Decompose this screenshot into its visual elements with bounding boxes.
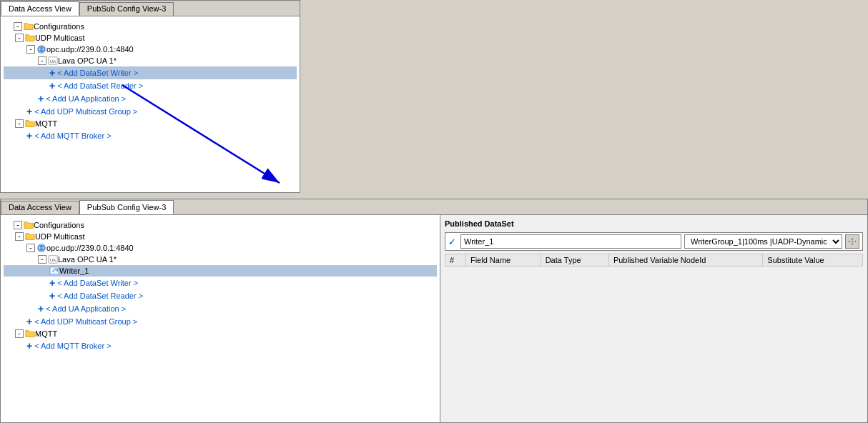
tree-node-add-reader-bottom[interactable]: + < Add DataSet Reader >: [4, 289, 437, 302]
writer-row: ✓ WriterGroup_1|100ms |UADP-Dynamic: [445, 232, 863, 251]
tree-node-configurations-top[interactable]: - Configurations: [4, 21, 297, 32]
label-add-ua-top: < Add UA Application >: [46, 94, 126, 103]
top-tree-area: - Configurations - UDP Multicast - opc.u…: [1, 16, 300, 192]
folder-icon-udp-bottom: [25, 232, 35, 242]
folder-icon-udp-top: [25, 33, 35, 43]
add-icon-udp-group-top: +: [26, 106, 32, 117]
label-add-writer-bottom: < Add DataSet Writer >: [57, 279, 138, 287]
writer-name-input[interactable]: [460, 234, 681, 249]
svg-point-16: [852, 243, 854, 245]
add-icon-mqtt-top: +: [26, 130, 32, 141]
label-configurations-top: Configurations: [34, 22, 84, 31]
tree-node-add-ua-top[interactable]: + < Add UA Application >: [4, 92, 297, 105]
tree-node-configurations-bottom[interactable]: - Configurations: [4, 219, 437, 231]
writer-group-select[interactable]: WriterGroup_1|100ms |UADP-Dynamic: [684, 234, 842, 249]
tree-node-add-udp-group-bottom[interactable]: + < Add UDP Multicast Group >: [4, 315, 437, 328]
col-data-type: Data Type: [541, 254, 608, 267]
writer-check-icon: ✓: [448, 237, 456, 247]
tree-node-mqtt-top[interactable]: - MQTT: [4, 118, 297, 129]
expander-opc-udp-top[interactable]: -: [26, 45, 35, 54]
bottom-left-pane: - Configurations - UDP Multicast -: [1, 215, 440, 422]
tree-node-lava-opc-top[interactable]: - UA Lava OPC UA 1*: [4, 55, 297, 66]
add-icon-reader-top: +: [49, 80, 55, 91]
add-icon-writer-bottom: +: [49, 277, 55, 289]
col-substitute-value: Substitute Value: [763, 254, 863, 267]
expander-lava-opc-top[interactable]: -: [38, 56, 46, 65]
svg-point-14: [852, 238, 854, 240]
expander-mqtt-bottom[interactable]: -: [15, 329, 24, 338]
label-opc-udp-top: opc.udp://239.0.0.1:4840: [46, 45, 134, 54]
label-add-udp-group-top: < Add UDP Multicast Group >: [34, 107, 137, 116]
add-icon-ua-bottom: +: [38, 303, 44, 314]
folder-icon-mqtt-bottom: [25, 329, 35, 339]
add-icon-ua-top: +: [38, 93, 44, 104]
label-lava-opc-top: Lava OPC UA 1*: [58, 56, 117, 65]
writer-settings-button[interactable]: [845, 234, 859, 249]
label-add-udp-group-bottom: < Add UDP Multicast Group >: [34, 317, 137, 326]
label-lava-opc-bottom: Lava OPC UA 1*: [58, 255, 117, 264]
tree-node-opc-udp-top[interactable]: - opc.udp://239.0.0.1:4840: [4, 44, 297, 55]
expander-opc-udp-bottom[interactable]: -: [26, 244, 35, 252]
top-panel: Data Access View PubSub Config View-3 - …: [0, 0, 300, 193]
svg-point-15: [852, 241, 854, 243]
expander-udp-multicast-bottom[interactable]: -: [15, 232, 24, 241]
tree-node-add-mqtt-top[interactable]: + < Add MQTT Broker >: [4, 129, 297, 142]
expander-udp-multicast-top[interactable]: -: [15, 34, 24, 42]
ua-icon-top: UA: [48, 56, 58, 66]
label-add-ua-bottom: < Add UA Application >: [46, 304, 126, 313]
tree-node-udp-multicast-top[interactable]: - UDP Multicast: [4, 32, 297, 44]
tree-node-lava-opc-bottom[interactable]: - UA Lava OPC UA 1*: [4, 254, 437, 265]
folder-icon-configurations-top: [24, 21, 34, 31]
col-field-name: Field Name: [465, 254, 541, 267]
label-mqtt-bottom: MQTT: [35, 329, 57, 338]
folder-icon-mqtt-top: [25, 119, 35, 129]
bottom-tab-bar: Data Access View PubSub Config View-3: [1, 199, 867, 215]
folder-icon-configurations-bottom: [24, 220, 34, 230]
label-writer-1: Writer_1: [59, 267, 89, 275]
tree-node-add-writer-bottom[interactable]: + < Add DataSet Writer >: [4, 277, 437, 289]
col-hash: #: [445, 254, 466, 267]
label-add-mqtt-bottom: < Add MQTT Broker >: [34, 342, 111, 350]
tab-pubsub-config-top[interactable]: PubSub Config View-3: [79, 2, 174, 16]
add-icon-udp-group-bottom: +: [26, 316, 32, 327]
svg-text:UA: UA: [50, 257, 56, 262]
tab-data-access-view-bottom[interactable]: Data Access View: [1, 201, 79, 214]
tree-node-add-mqtt-bottom[interactable]: + < Add MQTT Broker >: [4, 339, 437, 352]
bottom-tree-area: - Configurations - UDP Multicast -: [1, 215, 440, 407]
bottom-panel: Data Access View PubSub Config View-3 - …: [0, 199, 868, 423]
tree-node-mqtt-bottom[interactable]: - MQTT: [4, 328, 437, 339]
tree-node-add-ua-bottom[interactable]: + < Add UA Application >: [4, 302, 437, 315]
tree-node-udp-multicast-bottom[interactable]: - UDP Multicast: [4, 231, 437, 242]
label-udp-multicast-bottom: UDP Multicast: [35, 232, 84, 241]
label-configurations-bottom: Configurations: [34, 221, 84, 229]
tab-data-access-view-top[interactable]: Data Access View: [1, 1, 79, 16]
expander-configurations-bottom[interactable]: -: [14, 221, 22, 229]
label-udp-multicast-top: UDP Multicast: [35, 34, 84, 42]
network-icon-bottom: [36, 243, 46, 253]
label-add-writer-top: < Add DataSet Writer >: [57, 69, 138, 77]
published-dataset-title: Published DataSet: [445, 219, 863, 228]
ua-icon-bottom: UA: [48, 254, 58, 264]
writer-icon: [49, 266, 59, 276]
add-icon-reader-bottom: +: [49, 290, 55, 302]
expander-lava-opc-bottom[interactable]: -: [38, 255, 46, 264]
tree-node-add-reader-top[interactable]: + < Add DataSet Reader >: [4, 79, 297, 92]
tab-pubsub-config-bottom[interactable]: PubSub Config View-3: [79, 200, 174, 214]
label-add-reader-top: < Add DataSet Reader >: [57, 81, 143, 90]
tree-node-add-writer-top[interactable]: + < Add DataSet Writer >: [4, 66, 297, 79]
expander-mqtt-top[interactable]: -: [15, 119, 24, 128]
svg-text:UA: UA: [50, 59, 56, 64]
label-add-reader-bottom: < Add DataSet Reader >: [57, 292, 143, 300]
label-add-mqtt-top: < Add MQTT Broker >: [34, 131, 111, 140]
label-opc-udp-bottom: opc.udp://239.0.0.1:4840: [46, 244, 134, 252]
add-icon-mqtt-bottom: +: [26, 340, 32, 352]
right-pane: Published DataSet ✓ WriterGroup_1|100ms …: [440, 215, 867, 422]
col-published-variable: Published Variable NodeId: [608, 254, 762, 267]
top-tab-bar: Data Access View PubSub Config View-3: [1, 1, 300, 16]
label-mqtt-top: MQTT: [35, 119, 57, 128]
tree-node-writer-1[interactable]: Writer_1: [4, 265, 437, 277]
tree-node-opc-udp-bottom[interactable]: - opc.udp://239.0.0.1:4840: [4, 242, 437, 254]
bottom-content-area: - Configurations - UDP Multicast -: [1, 215, 867, 422]
tree-node-add-udp-group-top[interactable]: + < Add UDP Multicast Group >: [4, 105, 297, 118]
expander-configurations-top[interactable]: -: [14, 22, 22, 31]
